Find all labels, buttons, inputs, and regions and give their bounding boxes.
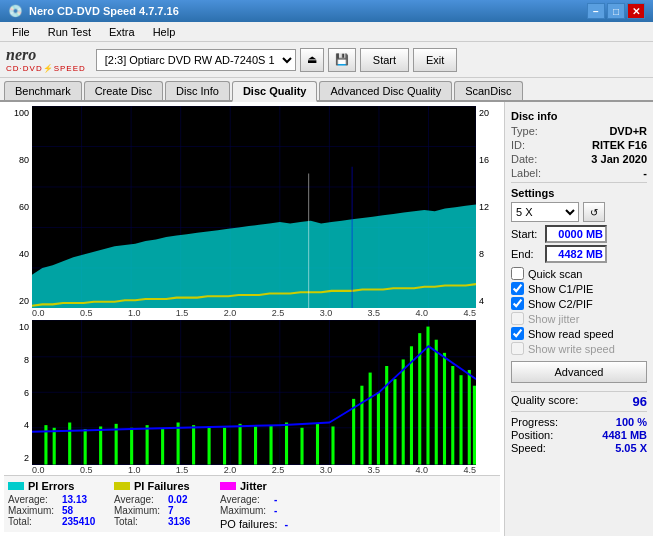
y-label-100: 100 — [14, 108, 29, 118]
y-bot-10: 10 — [19, 322, 29, 332]
save-button[interactable]: 💾 — [328, 48, 356, 72]
c1pie-row: Show C1/PIE — [511, 282, 647, 295]
drive-selector[interactable]: [2:3] Optiarc DVD RW AD-7240S 1.04 — [96, 49, 296, 71]
jitter-checkbox[interactable] — [511, 312, 524, 325]
y-bot-4: 4 — [24, 420, 29, 430]
svg-rect-37 — [130, 428, 133, 465]
pif-avg-val: 0.02 — [168, 494, 208, 505]
tab-advanced-disc-quality[interactable]: Advanced Disc Quality — [319, 81, 452, 100]
tab-bar: Benchmark Create Disc Disc Info Disc Qua… — [0, 78, 653, 102]
pi-max-val: 58 — [62, 505, 102, 516]
c2pif-label: Show C2/PIF — [528, 298, 593, 310]
start-mb-input[interactable] — [545, 225, 607, 243]
legend-jitter: Jitter Average: - Maximum: - PO failures… — [220, 480, 314, 530]
disc-date-val: 3 Jan 2020 — [591, 153, 647, 165]
svg-rect-33 — [68, 423, 71, 465]
disc-label-val: - — [643, 167, 647, 179]
advanced-button[interactable]: Advanced — [511, 361, 647, 383]
pif-max-val: 7 — [168, 505, 208, 516]
disc-info-title: Disc info — [511, 110, 647, 122]
quick-scan-row: Quick scan — [511, 267, 647, 280]
po-failures-label: PO failures: — [220, 518, 277, 530]
pi-max-label: Maximum: — [8, 505, 58, 516]
speed-val: 5.05 X — [615, 442, 647, 454]
speed-label: Speed: — [511, 442, 546, 454]
c1pie-checkbox[interactable] — [511, 282, 524, 295]
title-bar: 💿 Nero CD-DVD Speed 4.7.7.16 − □ ✕ — [0, 0, 653, 22]
bottom-x-axis: 0.0 0.5 1.0 1.5 2.0 2.5 3.0 3.5 4.0 4.5 — [4, 465, 500, 475]
speed-selector[interactable]: 5 X — [511, 202, 579, 222]
start-button[interactable]: Start — [360, 48, 409, 72]
pif-max-label: Maximum: — [114, 505, 164, 516]
pi-total-val: 235410 — [62, 516, 102, 527]
read-speed-label: Show read speed — [528, 328, 614, 340]
svg-rect-35 — [99, 427, 102, 465]
quick-scan-label: Quick scan — [528, 268, 582, 280]
quick-scan-checkbox[interactable] — [511, 267, 524, 280]
tab-disc-quality[interactable]: Disc Quality — [232, 81, 318, 102]
svg-rect-44 — [239, 424, 242, 465]
write-speed-row: Show write speed — [511, 342, 647, 355]
tab-create-disc[interactable]: Create Disc — [84, 81, 163, 100]
disc-label-row: Label: - — [511, 167, 647, 179]
svg-rect-56 — [393, 380, 396, 465]
jitter-label: Show jitter — [528, 313, 579, 325]
end-mb-input[interactable] — [545, 245, 607, 263]
svg-rect-61 — [435, 340, 438, 465]
menu-extra[interactable]: Extra — [101, 24, 143, 40]
app-icon: 💿 — [8, 4, 23, 18]
tab-scan-disc[interactable]: ScanDisc — [454, 81, 522, 100]
svg-rect-54 — [377, 393, 380, 465]
position-row: Position: 4481 MB — [511, 429, 647, 441]
svg-rect-47 — [285, 423, 288, 465]
speed-refresh-btn[interactable]: ↺ — [583, 202, 605, 222]
settings-title: Settings — [511, 187, 647, 199]
svg-rect-57 — [402, 360, 405, 465]
main-content: 100 80 60 40 20 — [0, 102, 653, 536]
menu-bar: File Run Test Extra Help — [0, 22, 653, 42]
eject-button[interactable]: ⏏ — [300, 48, 324, 72]
progress-section: Progress: 100 % Position: 4481 MB Speed:… — [511, 416, 647, 454]
read-speed-row: Show read speed — [511, 327, 647, 340]
minimize-btn[interactable]: − — [587, 3, 605, 19]
y-label-80: 80 — [19, 155, 29, 165]
y-right-16: 16 — [479, 155, 500, 165]
jitter-swatch — [220, 482, 236, 490]
svg-rect-39 — [161, 430, 164, 465]
pi-avg-label: Average: — [8, 494, 58, 505]
exit-button[interactable]: Exit — [413, 48, 457, 72]
maximize-btn[interactable]: □ — [607, 3, 625, 19]
jit-avg-label: Average: — [220, 494, 270, 505]
pif-avg-label: Average: — [114, 494, 164, 505]
jitter-title: Jitter — [240, 480, 267, 492]
y-right-20: 20 — [479, 108, 500, 118]
y-bot-6: 6 — [24, 388, 29, 398]
close-btn[interactable]: ✕ — [627, 3, 645, 19]
menu-file[interactable]: File — [4, 24, 38, 40]
prog-val: 100 % — [616, 416, 647, 428]
menu-run-test[interactable]: Run Test — [40, 24, 99, 40]
y-bot-8: 8 — [24, 355, 29, 365]
end-label: End: — [511, 248, 541, 260]
read-speed-checkbox[interactable] — [511, 327, 524, 340]
svg-rect-38 — [146, 426, 149, 465]
y-right-4: 4 — [479, 296, 500, 306]
svg-rect-43 — [223, 428, 226, 465]
end-mb-row: End: — [511, 245, 647, 263]
menu-help[interactable]: Help — [145, 24, 184, 40]
y-label-60: 60 — [19, 202, 29, 212]
svg-rect-32 — [53, 428, 56, 465]
tab-benchmark[interactable]: Benchmark — [4, 81, 82, 100]
pif-total-label: Total: — [114, 516, 164, 527]
svg-rect-65 — [468, 370, 471, 465]
c2pif-checkbox[interactable] — [511, 297, 524, 310]
pi-failures-title: PI Failures — [134, 480, 190, 492]
legend-pi-failures: PI Failures Average: 0.02 Maximum: 7 Tot… — [114, 480, 208, 530]
write-speed-checkbox[interactable] — [511, 342, 524, 355]
speed-settings-row: 5 X ↺ — [511, 202, 647, 222]
chart-area: 100 80 60 40 20 — [0, 102, 505, 536]
svg-rect-41 — [192, 426, 195, 465]
right-panel: Disc info Type: DVD+R ID: RITEK F16 Date… — [505, 102, 653, 536]
tab-disc-info[interactable]: Disc Info — [165, 81, 230, 100]
svg-rect-53 — [369, 373, 372, 465]
